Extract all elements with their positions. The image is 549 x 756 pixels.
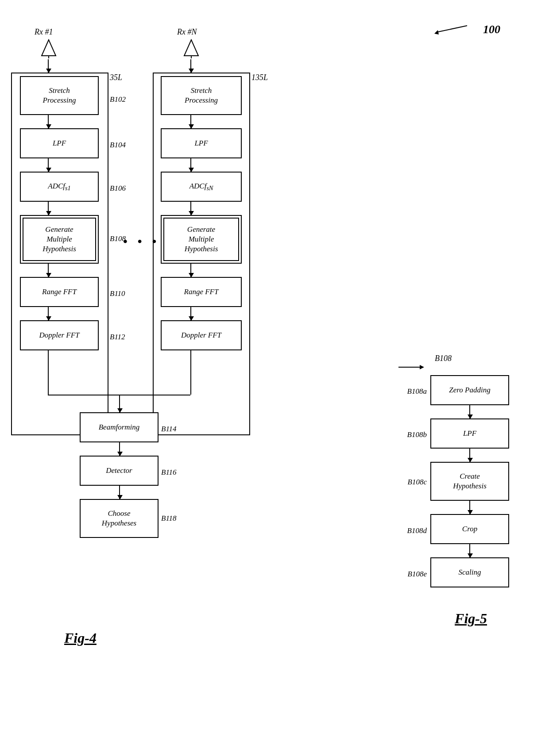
block-crop-label: Crop: [462, 524, 477, 534]
block-doppler-fft-right: Doppler FFT: [161, 320, 242, 350]
block-zero-padding: Zero Padding: [430, 375, 509, 405]
arrow-combine-down: [119, 395, 120, 412]
block-choose-hypotheses-label: ChooseHypotheses: [102, 509, 136, 528]
label-B118: B118: [161, 514, 177, 523]
fig4-caption: Fig-4: [64, 630, 97, 646]
block-range-fft-left-label: Range FFT: [42, 287, 77, 297]
block-adc-right: ADCfsN: [161, 172, 242, 202]
rx-n-label: Rx #N: [177, 27, 197, 37]
arrow-b108c-b108d: [469, 501, 470, 514]
arrow-b104-b106-right: [190, 158, 191, 172]
block-lpf-left: LPF: [20, 128, 99, 158]
diagram-container: 100 Rx #1 35L StretchProcessing B102 LPF…: [0, 0, 549, 756]
arrow-b108a-b108b: [469, 405, 470, 418]
block-adc-left: ADCfs1: [20, 172, 99, 202]
arrow-to-100: [432, 21, 472, 35]
block-beamforming: Beamforming: [80, 412, 159, 442]
svg-marker-2: [42, 40, 56, 56]
block-scaling-label: Scaling: [459, 568, 481, 577]
block-create-hypothesis: CreateHypothesis: [430, 462, 509, 501]
block-zero-padding-label: Zero Padding: [449, 385, 490, 395]
block-adc-left-label: ADCfs1: [48, 181, 70, 192]
block-doppler-fft-right-label: Doppler FFT: [181, 330, 221, 340]
arrow-b102-b104-left: [48, 115, 49, 128]
arrow-antn-stretch: [190, 59, 191, 73]
block-range-fft-right-label: Range FFT: [184, 287, 219, 297]
arrow-b108d-b108e: [469, 544, 470, 557]
block-gen-hypothesis-left: GenerateMultipleHypothesis: [20, 215, 99, 264]
antenna-rxn: [182, 39, 200, 59]
block-lpf-left-label: LPF: [53, 138, 66, 148]
svg-marker-1: [434, 30, 439, 35]
arrow-b108-ref: [398, 361, 434, 374]
label-B108c: B108c: [408, 478, 427, 487]
arrow-b108b-b108c: [469, 449, 470, 462]
label-B108b: B108b: [407, 430, 427, 439]
block-create-hypothesis-label: CreateHypothesis: [453, 472, 487, 491]
block-doppler-fft-left-label: Doppler FFT: [39, 330, 79, 340]
ellipsis-dots: • • •: [123, 234, 160, 249]
label-B104: B104: [110, 141, 126, 150]
antenna-rx1: [40, 39, 58, 59]
label-B108-fig5: B108: [435, 354, 452, 363]
arrow-b116-b118: [119, 486, 120, 499]
block-scaling: Scaling: [430, 557, 509, 587]
label-135L: 135L: [251, 73, 268, 82]
arrow-ant1-stretch: [48, 59, 49, 73]
svg-marker-7: [420, 365, 424, 369]
figure-ref-100: 100: [483, 23, 500, 36]
label-B110: B110: [110, 289, 125, 298]
block-range-fft-left: Range FFT: [20, 277, 99, 307]
arrow-b106-b108-right: [190, 202, 191, 215]
label-B102: B102: [110, 95, 126, 104]
arrow-b110-b112-right: [190, 307, 191, 320]
line-left-down: [48, 350, 49, 395]
label-B114: B114: [161, 425, 177, 434]
fig5-caption: Fig-5: [455, 610, 487, 627]
block-lpf-fig5-label: LPF: [463, 429, 476, 438]
label-B108a: B108a: [407, 387, 427, 396]
block-adc-right-label: ADCfsN: [189, 181, 213, 192]
label-B108d: B108d: [407, 526, 427, 535]
arrow-b108-b110-left: [48, 264, 49, 277]
label-B108e: B108e: [408, 570, 427, 579]
rx1-label: Rx #1: [35, 27, 53, 37]
block-crop: Crop: [430, 514, 509, 544]
block-detector: Detector: [80, 456, 159, 486]
arrow-b110-b112-left: [48, 307, 49, 320]
arrow-b108-b110-right: [190, 264, 191, 277]
block-gen-hypothesis-left-label: GenerateMultipleHypothesis: [43, 225, 76, 254]
arrow-b114-b116: [119, 442, 120, 456]
block-beamforming-label: Beamforming: [99, 422, 140, 432]
label-B116: B116: [161, 468, 177, 477]
block-stretch-right-label: StretchProcessing: [185, 86, 218, 105]
label-B106: B106: [110, 184, 126, 193]
block-stretch-left: StretchProcessing: [20, 76, 99, 115]
arrow-b106-b108-left: [48, 202, 49, 215]
block-stretch-right: StretchProcessing: [161, 76, 242, 115]
block-lpf-right-label: LPF: [194, 138, 208, 148]
svg-line-0: [436, 26, 467, 32]
block-range-fft-right: Range FFT: [161, 277, 242, 307]
arrow-b102-b104-right: [190, 115, 191, 128]
block-doppler-fft-left: Doppler FFT: [20, 320, 99, 350]
block-gen-hypothesis-right-label: GenerateMultipleHypothesis: [185, 225, 218, 254]
svg-marker-4: [184, 40, 198, 56]
block-gen-hypothesis-right: GenerateMultipleHypothesis: [161, 215, 242, 264]
block-stretch-left-label: StretchProcessing: [43, 86, 76, 105]
label-35L: 35L: [110, 73, 122, 82]
line-right-down: [190, 350, 191, 395]
block-choose-hypotheses: ChooseHypotheses: [80, 499, 159, 538]
block-lpf-fig5: LPF: [430, 418, 509, 449]
arrow-b104-b106-left: [48, 158, 49, 172]
block-lpf-right: LPF: [161, 128, 242, 158]
label-B112: B112: [110, 333, 125, 342]
block-detector-label: Detector: [106, 466, 132, 476]
